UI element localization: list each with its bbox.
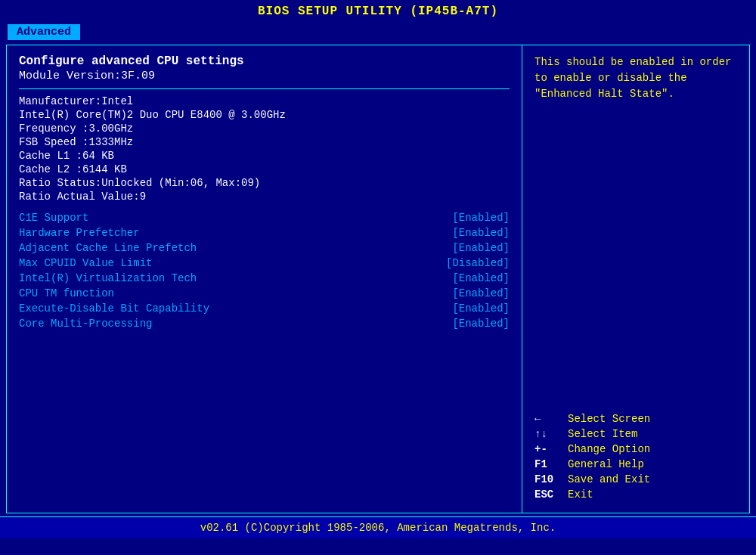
footer: v02.61 (C)Copyright 1985-2006, American … [0,516,756,538]
setting-name: CPU TM function [19,287,114,299]
setting-value: [Disabled] [446,257,510,269]
setting-row[interactable]: C1E Support[Enabled] [19,212,510,224]
settings-area: C1E Support[Enabled]Hardware Prefetcher[… [19,212,510,330]
title-bar: BIOS SETUP UTILITY (IP45B-A7T) [0,0,756,23]
nav-action: Select Item [568,428,637,440]
nav-key: ↑↓ [534,428,559,440]
info-line: Ratio Actual Value:9 [19,191,510,203]
nav-action: Save and Exit [568,473,650,485]
divider [19,88,510,89]
setting-name: Hardware Prefetcher [19,227,140,239]
info-lines: Manufacturer:IntelIntel(R) Core(TM)2 Duo… [19,95,510,203]
setting-value: [Enabled] [452,227,510,239]
menu-tab-advanced[interactable]: Advanced [8,24,80,40]
setting-name: Adjacent Cache Line Prefetch [19,242,197,254]
nav-key: F1 [534,458,559,470]
nav-row: F10Save and Exit [534,473,737,485]
setting-row[interactable]: Hardware Prefetcher[Enabled] [19,227,510,239]
section-subtitle: Module Version:3F.09 [19,70,510,82]
setting-value: [Enabled] [452,242,510,254]
setting-name: C1E Support [19,212,88,224]
setting-value: [Enabled] [452,272,510,284]
setting-name: Execute-Disable Bit Capability [19,302,209,315]
nav-row: ESCExit [534,488,737,501]
setting-value: [Enabled] [452,318,510,330]
setting-name: Intel(R) Virtualization Tech [19,272,197,284]
nav-key: ← [534,413,559,425]
nav-help: ←Select Screen↑↓Select Item+-Change Opti… [534,410,737,504]
nav-row: F1General Help [534,458,737,470]
info-line: Cache L1 :64 KB [19,150,510,162]
nav-key: F10 [534,473,559,485]
setting-name: Max CPUID Value Limit [19,257,152,269]
info-line: Intel(R) Core(TM)2 Duo CPU E8400 @ 3.00G… [19,109,510,121]
section-title: Configure advanced CPU settings [19,54,510,68]
setting-row[interactable]: Execute-Disable Bit Capability[Enabled] [19,302,510,315]
nav-row: ←Select Screen [534,413,737,425]
info-line: Ratio Status:Unlocked (Min:06, Max:09) [19,177,510,189]
nav-action: Select Screen [568,413,650,425]
info-line: FSB Speed :1333MHz [19,136,510,148]
setting-row[interactable]: Max CPUID Value Limit[Disabled] [19,257,510,269]
nav-key: +- [534,443,559,455]
left-panel: Configure advanced CPU settings Module V… [7,45,522,513]
nav-row: ↑↓Select Item [534,428,737,440]
right-panel: This should be enabled in order to enabl… [522,45,749,513]
setting-name: Core Multi-Processing [19,318,152,330]
setting-row[interactable]: CPU TM function[Enabled] [19,287,510,299]
nav-key: ESC [534,488,559,501]
content-area: Configure advanced CPU settings Module V… [6,45,750,513]
nav-action: Exit [568,488,593,501]
info-line: Manufacturer:Intel [19,95,510,107]
setting-row[interactable]: Adjacent Cache Line Prefetch[Enabled] [19,242,510,254]
setting-row[interactable]: Intel(R) Virtualization Tech[Enabled] [19,272,510,284]
nav-row: +-Change Option [534,443,737,455]
info-line: Cache L2 :6144 KB [19,163,510,175]
setting-value: [Enabled] [452,302,510,315]
menu-bar: Advanced [0,23,756,42]
nav-action: General Help [568,458,644,470]
setting-row[interactable]: Core Multi-Processing[Enabled] [19,318,510,330]
setting-value: [Enabled] [452,212,510,224]
help-text: This should be enabled in order to enabl… [534,54,737,102]
setting-value: [Enabled] [452,287,510,299]
info-line: Frequency :3.00GHz [19,122,510,135]
nav-action: Change Option [568,443,650,455]
